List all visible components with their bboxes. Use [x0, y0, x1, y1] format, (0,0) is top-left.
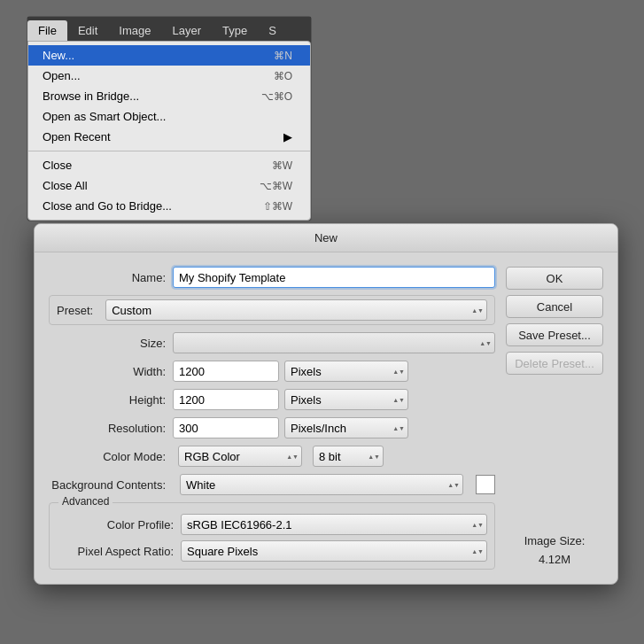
- menu-tab-layer[interactable]: Layer: [162, 20, 213, 41]
- resolution-row: Resolution: Pixels/Inch: [49, 417, 495, 438]
- resolution-unit-wrapper: Pixels/Inch: [284, 417, 408, 438]
- size-select-wrapper: [173, 332, 495, 353]
- color-mode-label: Color Mode:: [49, 450, 173, 463]
- bg-contents-label: Background Contents:: [49, 478, 173, 492]
- pixel-ratio-row: Pixel Aspect Ratio: Square Pixels: [57, 540, 487, 562]
- menu-item-smart-label: Open as Smart Object...: [43, 110, 166, 123]
- color-profile-wrapper: sRGB IEC61966-2.1: [181, 514, 487, 535]
- right-spacer: [506, 380, 603, 527]
- menu-item-open-shortcut: ⌘O: [274, 70, 292, 82]
- file-menu-dropdown: New... ⌘N Open... ⌘O Browse in Bridge...…: [27, 41, 311, 221]
- dialog-right: OK Cancel Save Preset... Delete Preset..…: [506, 267, 603, 570]
- resolution-unit-select[interactable]: Pixels/Inch: [284, 417, 408, 438]
- size-select[interactable]: [173, 332, 495, 353]
- pixel-ratio-select[interactable]: Square Pixels: [181, 540, 487, 562]
- menu-item-recent-arrow: ▶: [283, 130, 292, 144]
- height-unit-wrapper: Pixels: [284, 389, 408, 410]
- width-row: Width: Pixels: [49, 361, 495, 382]
- bg-color-swatch[interactable]: [476, 475, 495, 494]
- bg-contents-select[interactable]: White: [180, 474, 463, 495]
- menu-item-close-shortcut: ⌘W: [272, 159, 292, 172]
- color-profile-row: Color Profile: sRGB IEC61966-2.1: [57, 514, 487, 535]
- delete-preset-button[interactable]: Delete Preset...: [506, 352, 603, 375]
- menu-item-close-all-shortcut: ⌥⌘W: [260, 180, 292, 192]
- height-input[interactable]: [173, 389, 279, 410]
- new-dialog: New Name: Preset: Custom Size:: [34, 223, 618, 585]
- advanced-inner: Color Profile: sRGB IEC61966-2.1 Pixel A…: [57, 514, 487, 562]
- menu-tab-image[interactable]: Image: [108, 20, 161, 41]
- cancel-button[interactable]: Cancel: [506, 295, 603, 318]
- name-row: Name:: [49, 267, 495, 288]
- color-profile-label: Color Profile:: [57, 518, 181, 531]
- resolution-label: Resolution:: [49, 422, 173, 435]
- height-label: Height:: [49, 393, 173, 407]
- menu-item-close[interactable]: Close ⌘W: [28, 155, 310, 175]
- pixel-ratio-label: Pixel Aspect Ratio:: [57, 545, 181, 558]
- dialog-title: New: [35, 224, 617, 252]
- menu-separator-1: [28, 151, 310, 151]
- width-label: Width:: [49, 365, 173, 378]
- menu-item-close-label: Close: [43, 159, 72, 172]
- menu-tab-type[interactable]: Type: [212, 20, 258, 41]
- image-size-label: Image Size:: [524, 534, 586, 547]
- bg-contents-row: Background Contents: White: [49, 474, 495, 495]
- color-mode-row: Color Mode: RGB Color 8 bit: [49, 446, 495, 467]
- menu-item-close-all[interactable]: Close All ⌥⌘W: [28, 175, 310, 196]
- menu-item-recent[interactable]: Open Recent ▶: [28, 127, 310, 147]
- menu-tab-file[interactable]: File: [27, 20, 67, 41]
- height-unit-select[interactable]: Pixels: [284, 389, 408, 410]
- menu-tab-s[interactable]: S: [258, 20, 287, 41]
- menu-item-open[interactable]: Open... ⌘O: [28, 66, 310, 86]
- preset-row: Preset: Custom: [49, 295, 495, 325]
- preset-select[interactable]: Custom: [105, 299, 487, 321]
- color-mode-select[interactable]: RGB Color: [178, 446, 302, 467]
- dialog-form: Name: Preset: Custom Size:: [49, 267, 495, 570]
- ok-button[interactable]: OK: [506, 267, 603, 290]
- menu-bar: File Edit Image Layer Type S New... ⌘N O…: [27, 16, 312, 221]
- width-unit-wrapper: Pixels: [284, 361, 408, 382]
- menu-item-close-bridge-label: Close and Go to Bridge...: [43, 199, 172, 213]
- color-depth-wrapper: 8 bit: [313, 446, 384, 467]
- advanced-label: Advanced: [58, 495, 113, 508]
- resolution-input[interactable]: [173, 417, 279, 438]
- color-profile-select[interactable]: sRGB IEC61966-2.1: [181, 514, 487, 535]
- menu-item-bridge-label: Browse in Bridge...: [43, 89, 139, 103]
- color-depth-select[interactable]: 8 bit: [313, 446, 384, 467]
- height-row: Height: Pixels: [49, 389, 495, 410]
- menu-item-recent-label: Open Recent: [43, 130, 111, 144]
- menu-item-open-label: Open...: [43, 69, 81, 82]
- bg-contents-wrapper: White: [180, 474, 463, 495]
- menu-item-close-bridge[interactable]: Close and Go to Bridge... ⇧⌘W: [28, 196, 310, 216]
- menu-item-new[interactable]: New... ⌘N: [28, 45, 310, 66]
- preset-label: Preset:: [57, 304, 100, 317]
- image-size-info: Image Size: 4.12M: [506, 532, 603, 570]
- menu-item-bridge[interactable]: Browse in Bridge... ⌥⌘O: [28, 86, 310, 106]
- menu-item-close-all-label: Close All: [43, 179, 88, 192]
- menu-tab-edit[interactable]: Edit: [67, 20, 108, 41]
- menu-tabs: File Edit Image Layer Type S: [27, 17, 311, 41]
- color-mode-wrapper: RGB Color: [178, 446, 302, 467]
- pixel-ratio-wrapper: Square Pixels: [181, 540, 487, 562]
- save-preset-button[interactable]: Save Preset...: [506, 323, 603, 346]
- menu-item-bridge-shortcut: ⌥⌘O: [261, 90, 292, 103]
- dialog-body: Name: Preset: Custom Size:: [35, 252, 617, 584]
- image-size-value: 4.12M: [539, 553, 570, 566]
- size-label: Size:: [49, 337, 173, 350]
- name-input[interactable]: [173, 267, 495, 288]
- advanced-section: Advanced Color Profile: sRGB IEC61966-2.…: [49, 502, 495, 570]
- preset-select-wrapper: Custom: [105, 299, 487, 321]
- menu-item-new-label: New...: [43, 49, 74, 62]
- size-row: Size:: [49, 332, 495, 353]
- menu-item-new-shortcut: ⌘N: [274, 50, 292, 62]
- menu-item-smart[interactable]: Open as Smart Object...: [28, 106, 310, 127]
- width-unit-select[interactable]: Pixels: [284, 361, 408, 382]
- width-input[interactable]: [173, 361, 279, 382]
- name-label: Name:: [49, 271, 173, 284]
- menu-item-close-bridge-shortcut: ⇧⌘W: [263, 200, 292, 213]
